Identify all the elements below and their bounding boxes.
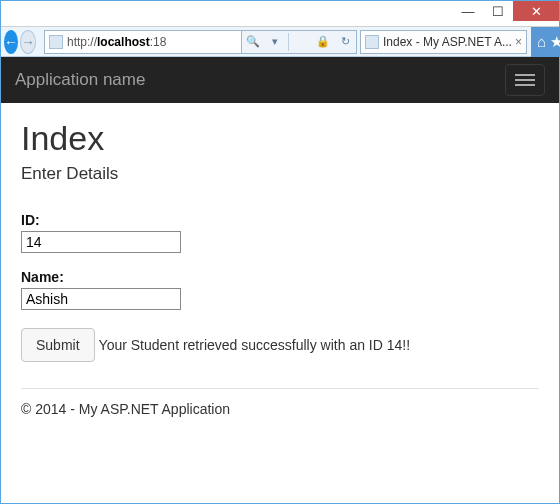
tab-close-icon[interactable]: × <box>515 35 522 49</box>
address-bar[interactable]: http://localhost:18 <box>44 30 242 54</box>
menu-toggle-button[interactable] <box>505 64 545 96</box>
browser-right-controls: ⌂ ★ ⚙ <box>531 27 560 57</box>
tab-favicon <box>365 35 379 49</box>
app-brand[interactable]: Application name <box>15 70 145 90</box>
page-content: Index Enter Details ID: Name: Submit You… <box>1 103 559 435</box>
id-label: ID: <box>21 212 539 228</box>
window-titlebar: — ☐ ✕ <box>1 1 559 27</box>
home-icon[interactable]: ⌂ <box>537 33 546 50</box>
page-title: Index <box>21 119 539 158</box>
browser-window: — ☐ ✕ ← → http://localhost:18 🔍 ▾ 🔒 ↻ In… <box>0 0 560 504</box>
page-icon <box>49 35 63 49</box>
back-button[interactable]: ← <box>4 30 18 54</box>
window-maximize-button[interactable]: ☐ <box>483 1 513 21</box>
address-text: http://localhost:18 <box>67 35 237 49</box>
window-minimize-button[interactable]: — <box>453 1 483 21</box>
search-icon[interactable]: 🔍 <box>242 35 264 48</box>
submit-button[interactable]: Submit <box>21 328 95 362</box>
browser-toolbar: ← → http://localhost:18 🔍 ▾ 🔒 ↻ Index - … <box>1 27 559 57</box>
browser-tab[interactable]: Index - My ASP.NET A... × <box>360 30 527 54</box>
page-viewport: Application name Index Enter Details ID:… <box>1 57 559 503</box>
url-dropdown-icon[interactable]: ▾ <box>264 35 286 48</box>
name-input[interactable] <box>21 288 181 310</box>
address-controls: 🔍 ▾ 🔒 ↻ <box>242 30 357 54</box>
submit-row: Submit Your Student retrieved successful… <box>21 328 539 362</box>
refresh-icon[interactable]: ↻ <box>334 35 356 48</box>
id-input[interactable] <box>21 231 181 253</box>
tab-title: Index - My ASP.NET A... <box>383 35 512 49</box>
hamburger-icon <box>515 74 535 76</box>
divider <box>21 388 539 389</box>
favorites-icon[interactable]: ★ <box>550 33 560 51</box>
app-navbar: Application name <box>1 57 559 103</box>
result-message: Your Student retrieved successfully with… <box>99 337 411 353</box>
window-close-button[interactable]: ✕ <box>513 1 559 21</box>
compat-lock-icon[interactable]: 🔒 <box>312 35 334 48</box>
page-subtitle: Enter Details <box>21 164 539 184</box>
forward-button[interactable]: → <box>20 30 36 54</box>
footer-text: © 2014 - My ASP.NET Application <box>21 401 539 417</box>
separator <box>288 33 310 51</box>
name-label: Name: <box>21 269 539 285</box>
